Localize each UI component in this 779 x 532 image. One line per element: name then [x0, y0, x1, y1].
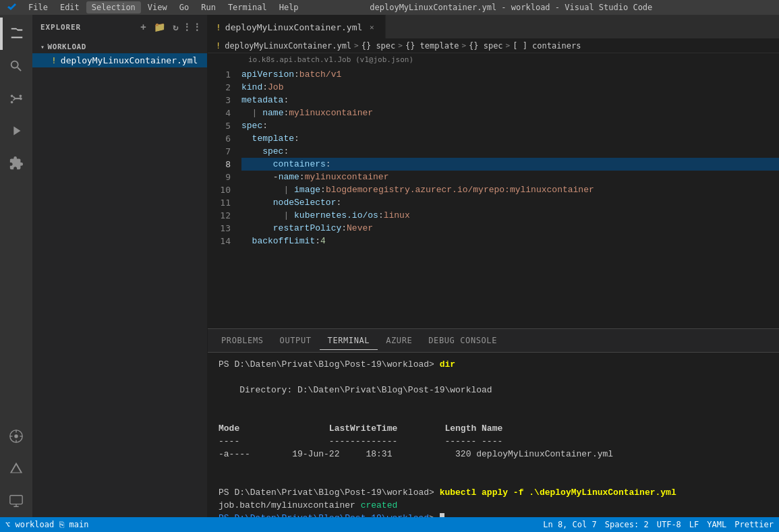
breadcrumb-sep-1: >	[354, 41, 359, 50]
file-item-deploy[interactable]: ! deployMyLinuxContainer.yml	[32, 53, 207, 67]
menu-go[interactable]: Go	[174, 1, 194, 13]
breadcrumb-spec1[interactable]: {} spec	[362, 41, 396, 51]
menu-file[interactable]: File	[23, 1, 53, 13]
code-line-12: | kubernetes.io/os: linux	[241, 209, 779, 222]
sidebar: EXPLORER + 📁 ↻ ⋮⋮ ▾ WORKLOAD ! deployMyL…	[32, 15, 208, 517]
menu-edit[interactable]: Edit	[55, 1, 85, 13]
collapse-icon[interactable]: ⋮⋮	[185, 20, 199, 34]
source-control-activity-icon[interactable]	[0, 82, 32, 115]
vscode-logo-icon	[7, 2, 18, 13]
breadcrumb-template[interactable]: {} template	[405, 41, 459, 51]
code-line-3: metadata:	[241, 94, 779, 107]
terminal-content[interactable]: PS D:\Daten\Privat\Blog\Post-19\workload…	[208, 353, 779, 517]
menu-run[interactable]: Run	[196, 1, 221, 13]
remote-activity-icon[interactable]	[0, 485, 32, 517]
tab-debug-console[interactable]: DEBUG CONSOLE	[420, 332, 505, 349]
line-num-12: 12	[208, 209, 231, 222]
code-line-10: | image: blogdemoregistry.azurecr.io/myr…	[241, 183, 779, 196]
terminal-line-9	[219, 461, 768, 473]
file-name: deployMyLinuxContainer.yml	[61, 55, 198, 65]
breadcrumb-spec2[interactable]: {} spec	[469, 41, 503, 51]
menu-help[interactable]: Help	[274, 1, 304, 13]
menu-selection[interactable]: Selection	[86, 1, 141, 13]
status-bar: ⌥ workload ⎘ main Ln 8, Col 7 Spaces: 2 …	[0, 517, 779, 532]
status-language[interactable]: YAML	[707, 520, 726, 529]
activity-bar	[0, 15, 32, 517]
terminal-line-5	[219, 409, 768, 422]
line-num-9: 9	[208, 171, 231, 183]
line-num-14: 14	[208, 235, 231, 247]
refresh-icon[interactable]: ↻	[169, 20, 183, 34]
azure-activity-icon[interactable]	[0, 452, 32, 485]
terminal-line-4	[219, 396, 768, 409]
editor-tab-deploy[interactable]: ! deployMyLinuxContainer.yml ✕	[208, 15, 386, 38]
status-formatter[interactable]: Prettier	[734, 520, 774, 529]
window-title: deployMyLinuxContainer.yml - workload - …	[370, 3, 652, 12]
kubernetes-activity-icon[interactable]	[0, 420, 32, 452]
breadcrumb-file[interactable]: deployMyLinuxContainer.yml	[225, 41, 351, 51]
terminal-line-1: PS D:\Daten\Privat\Blog\Post-19\workload…	[219, 358, 768, 371]
menu-terminal[interactable]: Terminal	[223, 1, 272, 13]
title-bar-left: File Edit Selection View Go Run Terminal…	[7, 1, 304, 13]
search-activity-icon[interactable]	[0, 50, 32, 82]
terminal-line-13: PS D:\Daten\Privat\Blog\Post-19\workload…	[219, 512, 768, 517]
tab-close-icon[interactable]: ✕	[366, 22, 377, 32]
status-bar-right: Ln 8, Col 7 Spaces: 2 UTF-8 LF YAML Pret…	[543, 520, 774, 529]
status-position[interactable]: Ln 8, Col 7	[543, 520, 596, 529]
file-warning-icon: !	[51, 55, 57, 65]
terminal-line-2	[219, 371, 768, 384]
panel-tabs: PROBLEMS OUTPUT TERMINAL AZURE DEBUG CON…	[208, 329, 779, 353]
line-num-1: 1	[208, 68, 231, 81]
content-area: ! deployMyLinuxContainer.yml ✕ ! deployM…	[208, 15, 779, 517]
tab-terminal[interactable]: TERMINAL	[320, 332, 378, 350]
menu-view[interactable]: View	[142, 1, 173, 13]
terminal-line-3: Directory: D:\Daten\Privat\Blog\Post-19\…	[219, 384, 768, 396]
line-num-5: 5	[208, 119, 231, 132]
workspace-chevron-icon: ▾	[40, 43, 45, 51]
breadcrumb-containers[interactable]: [ ] containers	[513, 41, 581, 51]
tab-problems[interactable]: PROBLEMS	[213, 332, 272, 349]
line-num-10: 10	[208, 183, 231, 196]
editor-area[interactable]: 1 2 3 4 5 6 7 8 9 10 11 12 13 14 apiVers…	[208, 65, 779, 328]
status-remote[interactable]: ⌥ workload	[5, 520, 54, 529]
status-eol[interactable]: LF	[689, 520, 699, 529]
terminal-line-7: ---- ------------- ------ ----	[219, 435, 768, 448]
new-file-icon[interactable]: +	[137, 20, 150, 34]
schema-text: io.k8s.api.batch.v1.Job (v1@job.json)	[248, 55, 413, 64]
code-line-4: | name: mylinuxcontainer	[241, 107, 779, 119]
menu-bar: File Edit Selection View Go Run Terminal…	[23, 1, 304, 13]
terminal-line-11: PS D:\Daten\Privat\Blog\Post-19\workload…	[219, 486, 768, 499]
terminal-line-6: Mode LastWriteTime Length Name	[219, 422, 768, 435]
code-line-11: nodeSelector:	[241, 196, 779, 209]
status-branch[interactable]: ⎘ main	[59, 520, 88, 529]
workspace-label[interactable]: ▾ WORKLOAD	[32, 40, 207, 53]
svg-point-1	[14, 434, 18, 438]
run-debug-activity-icon[interactable]	[0, 115, 32, 147]
code-line-2: kind: Job	[241, 81, 779, 94]
panel-area: PROBLEMS OUTPUT TERMINAL AZURE DEBUG CON…	[208, 328, 779, 517]
code-line-6: template:	[241, 132, 779, 145]
workspace-section: ▾ WORKLOAD ! deployMyLinuxContainer.yml	[32, 39, 207, 69]
schema-info: io.k8s.api.batch.v1.Job (v1@job.json)	[208, 53, 779, 65]
terminal-line-10	[219, 473, 768, 486]
status-encoding[interactable]: UTF-8	[657, 520, 681, 529]
new-folder-icon[interactable]: 📁	[153, 20, 167, 34]
main-layout: EXPLORER + 📁 ↻ ⋮⋮ ▾ WORKLOAD ! deployMyL…	[0, 15, 779, 517]
tab-azure[interactable]: AZURE	[378, 332, 420, 349]
code-content[interactable]: apiVersion: batch/v1 kind: Job metadata:…	[236, 65, 779, 328]
breadcrumb-file-icon: !	[216, 41, 221, 51]
extensions-activity-icon[interactable]	[0, 147, 32, 179]
explorer-activity-icon[interactable]	[0, 18, 32, 50]
code-line-1: apiVersion: batch/v1	[241, 68, 779, 81]
status-spaces[interactable]: Spaces: 2	[605, 520, 649, 529]
breadcrumb-sep-4: >	[506, 41, 511, 50]
line-numbers: 1 2 3 4 5 6 7 8 9 10 11 12 13 14	[208, 65, 236, 328]
tab-bar: ! deployMyLinuxContainer.yml ✕	[208, 15, 779, 38]
line-num-6: 6	[208, 132, 231, 145]
tab-filename: deployMyLinuxContainer.yml	[225, 22, 363, 32]
tab-file-icon: !	[216, 22, 221, 32]
sidebar-title: EXPLORER	[40, 23, 81, 32]
line-num-2: 2	[208, 81, 231, 94]
tab-output[interactable]: OUTPUT	[272, 332, 320, 349]
code-line-7: spec:	[241, 145, 779, 158]
